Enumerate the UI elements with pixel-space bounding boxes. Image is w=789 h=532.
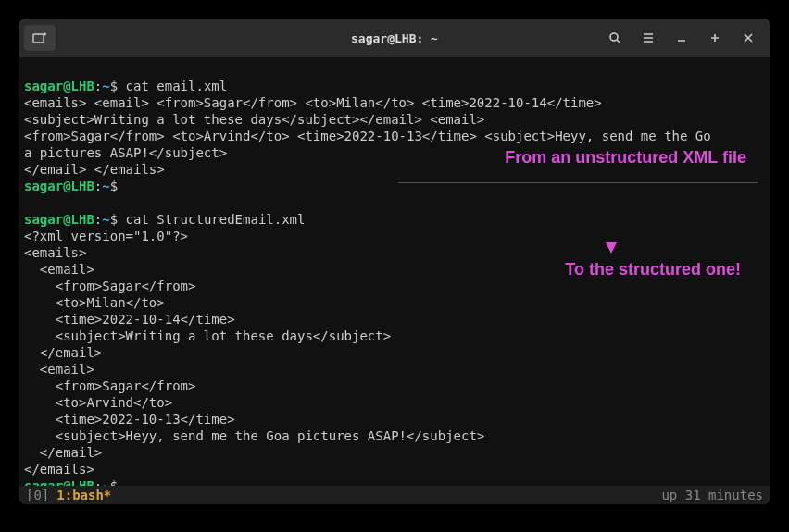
status-index: [0] xyxy=(26,487,49,503)
prompt-dollar: $ xyxy=(110,79,118,93)
prompt-user: sagar@LHB xyxy=(24,179,94,193)
prompt-path: ~ xyxy=(102,212,109,227)
status-uptime: up 31 minutes xyxy=(661,487,763,503)
close-button[interactable] xyxy=(732,24,765,52)
minimize-icon xyxy=(676,32,687,43)
new-tab-icon xyxy=(32,31,47,44)
prompt-dollar: $ xyxy=(110,212,118,227)
hamburger-icon xyxy=(642,31,655,44)
output-2: <?xml version="1.0"?> <emails> <email> <… xyxy=(24,229,484,476)
search-icon xyxy=(608,31,621,44)
annotation-bottom: To the structured one! xyxy=(565,261,741,278)
arrow-down-icon xyxy=(602,172,620,255)
close-icon xyxy=(743,32,754,43)
prompt-dollar: $ xyxy=(110,179,118,193)
annotation-top: From an unstructured XML file xyxy=(505,149,746,166)
terminal-window: sagar@LHB: ~ xyxy=(19,19,770,504)
new-tab-button[interactable] xyxy=(24,25,56,51)
command-1: cat email.xml xyxy=(118,79,227,93)
terminal-body[interactable]: sagar@LHB:~$ cat email.xml <emails> <ema… xyxy=(19,57,770,504)
svg-rect-0 xyxy=(33,34,44,43)
status-process: 1:bash* xyxy=(56,487,111,503)
menu-button[interactable] xyxy=(632,24,665,52)
maximize-button[interactable] xyxy=(698,24,732,52)
svg-point-3 xyxy=(610,33,618,41)
titlebar: sagar@LHB: ~ xyxy=(19,19,770,57)
prompt-user: sagar@LHB xyxy=(24,79,94,93)
svg-line-4 xyxy=(617,40,620,43)
prompt-path: ~ xyxy=(102,79,109,93)
svg-marker-14 xyxy=(606,242,617,254)
prompt-user: sagar@LHB xyxy=(24,212,94,227)
search-button[interactable] xyxy=(598,24,632,52)
prompt-path: ~ xyxy=(102,179,109,193)
separator-line xyxy=(398,182,758,183)
plus-icon xyxy=(709,32,720,43)
command-2: cat StructuredEmail.xml xyxy=(118,212,305,227)
minimize-button[interactable] xyxy=(665,24,698,52)
status-bar: [0] 1:bash* up 31 minutes xyxy=(19,486,770,504)
